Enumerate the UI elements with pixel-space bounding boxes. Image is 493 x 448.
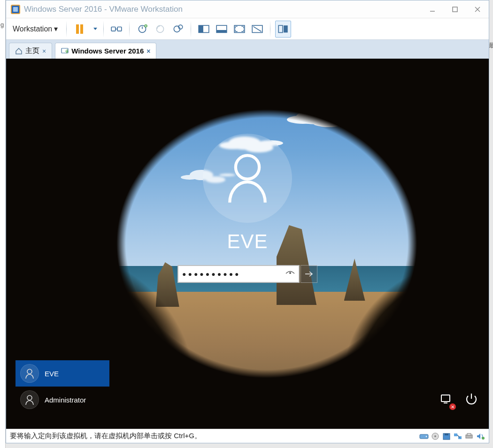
svg-point-29	[27, 395, 32, 400]
svg-point-44	[482, 437, 485, 440]
svg-point-36	[434, 435, 436, 437]
user-avatar-small	[20, 364, 39, 383]
window-title: Windows Server 2016 - VMware Workstation	[24, 5, 421, 14]
password-input[interactable]: ●●●●●●●●●●	[177, 265, 300, 283]
login-username: EVE	[227, 230, 268, 253]
svg-point-25	[236, 155, 259, 179]
password-value: ●●●●●●●●●●	[182, 270, 285, 278]
cdrom-icon[interactable]	[431, 432, 440, 440]
system-icons: ✕	[440, 392, 478, 408]
revert-icon	[154, 24, 166, 34]
user-avatar-large	[203, 134, 292, 223]
manage-snapshots-icon	[172, 24, 184, 34]
fit-window-button[interactable]	[214, 21, 230, 38]
minimize-button[interactable]	[421, 0, 444, 18]
user-avatar-small	[20, 390, 39, 409]
network-button[interactable]: ✕	[440, 392, 454, 408]
fit-guest-button[interactable]	[196, 21, 212, 38]
pause-icon	[76, 24, 83, 34]
power-dropdown-button[interactable]	[89, 21, 99, 38]
home-icon	[15, 48, 23, 54]
tab-home[interactable]: 主页 ×	[9, 43, 52, 59]
statusbar: 要将输入定向到该虚拟机，请在虚拟机内部单击或按 Ctrl+G。	[6, 429, 489, 443]
svg-rect-5	[117, 27, 122, 31]
floppy-icon[interactable]	[442, 432, 451, 440]
tab-label: 主页	[25, 46, 39, 55]
usb-icon	[110, 24, 123, 34]
status-message: 要将输入定向到该虚拟机，请在虚拟机内部单击或按 Ctrl+G。	[10, 432, 419, 440]
library-button[interactable]	[275, 21, 291, 38]
fullscreen-button[interactable]	[231, 21, 247, 38]
tab-label: Windows Server 2016	[71, 47, 144, 55]
titlebar: Windows Server 2016 - VMware Workstation	[6, 0, 489, 18]
unity-button[interactable]	[249, 21, 265, 38]
revert-snapshot-button[interactable]	[152, 21, 168, 38]
user-icon	[225, 152, 270, 204]
svg-rect-22	[278, 25, 283, 32]
close-tab-icon[interactable]: ×	[146, 47, 150, 55]
user-name-label: Administrator	[45, 396, 86, 404]
tab-vm[interactable]: Windows Server 2016 ×	[55, 43, 156, 59]
svg-rect-38	[445, 433, 448, 435]
chevron-down-icon: ▾	[54, 24, 58, 33]
svg-rect-23	[284, 25, 288, 32]
workstation-menu-label: Workstation	[13, 25, 52, 33]
svg-rect-33	[420, 434, 428, 439]
vm-icon	[61, 48, 69, 54]
user-name-label: EVE	[45, 370, 59, 378]
tabbar: 主页 × Windows Server 2016 ×	[6, 40, 489, 59]
svg-point-34	[426, 436, 427, 437]
fullscreen-icon	[233, 24, 246, 34]
svg-rect-30	[441, 395, 450, 402]
submit-login-button[interactable]	[300, 265, 317, 283]
maximize-button[interactable]	[444, 0, 466, 18]
power-icon	[464, 392, 478, 406]
chevron-down-icon	[93, 28, 97, 30]
vm-display[interactable]: EVE ●●●●●●●●●● EVE	[6, 59, 489, 429]
fit-window-icon	[216, 24, 228, 34]
svg-rect-43	[467, 433, 471, 435]
reveal-password-icon[interactable]	[285, 269, 295, 279]
close-button[interactable]	[466, 0, 489, 18]
library-icon	[277, 24, 289, 34]
svg-point-13	[174, 26, 180, 32]
network-adapter-icon[interactable]	[453, 432, 462, 440]
svg-rect-4	[111, 27, 116, 31]
manage-snapshots-button[interactable]	[170, 21, 186, 38]
svg-line-21	[254, 26, 262, 31]
svg-rect-16	[199, 25, 203, 32]
ease-of-access-button[interactable]	[464, 392, 478, 408]
toolbar: Workstation ▾	[6, 18, 489, 40]
login-panel: EVE ●●●●●●●●●●	[6, 134, 489, 283]
svg-point-12	[157, 25, 164, 32]
close-tab-icon[interactable]: ×	[42, 47, 46, 55]
user-list-item-administrator[interactable]: Administrator	[15, 387, 109, 413]
workstation-menu[interactable]: Workstation ▾	[9, 23, 62, 34]
take-snapshot-button[interactable]	[134, 21, 150, 38]
svg-point-28	[27, 369, 32, 374]
svg-rect-18	[216, 30, 227, 32]
arrow-right-icon	[304, 270, 314, 278]
vmware-window: Windows Server 2016 - VMware Workstation…	[6, 0, 489, 443]
sound-icon[interactable]	[476, 432, 485, 440]
svg-rect-1	[453, 7, 457, 12]
printer-icon[interactable]	[464, 432, 474, 440]
unity-icon	[251, 24, 263, 34]
vmware-app-icon	[11, 5, 20, 14]
fit-guest-icon	[198, 24, 210, 34]
user-list: EVE Administrator	[15, 360, 109, 413]
svg-point-26	[289, 272, 291, 274]
send-ctrl-alt-del-button[interactable]	[108, 21, 124, 38]
svg-rect-39	[454, 433, 457, 436]
snapshot-icon	[136, 24, 148, 34]
user-list-item-eve[interactable]: EVE	[15, 360, 109, 387]
hard-disk-icon[interactable]	[419, 432, 429, 440]
pause-vm-button[interactable]	[71, 21, 87, 38]
